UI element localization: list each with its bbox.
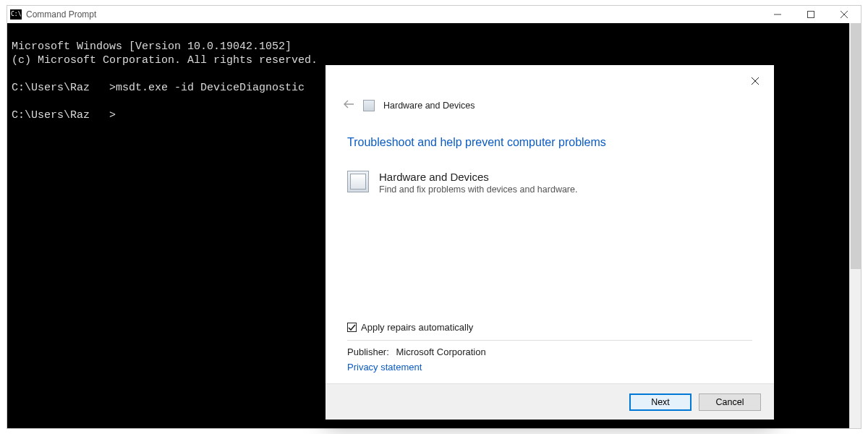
apply-repairs-checkbox[interactable]: Apply repairs automatically xyxy=(347,322,752,333)
dialog-header: Hardware and Devices xyxy=(343,98,475,113)
hardware-small-icon xyxy=(363,100,375,111)
window-buttons xyxy=(761,6,861,23)
troubleshooter-dialog: Hardware and Devices Troubleshoot and he… xyxy=(326,65,774,420)
publisher-label: Publisher: xyxy=(347,346,389,357)
minimize-button[interactable] xyxy=(761,6,794,23)
checkbox-icon xyxy=(347,323,357,332)
publisher-value: Microsoft Corporation xyxy=(396,346,485,357)
dialog-footer: Next Cancel xyxy=(326,383,774,420)
console-line: C:\Users\Raz > xyxy=(12,109,116,122)
cmd-scroll-thumb[interactable] xyxy=(851,23,861,269)
privacy-statement-link[interactable]: Privacy statement xyxy=(347,362,422,373)
console-line: (c) Microsoft Corporation. All rights re… xyxy=(12,54,318,67)
svg-rect-0 xyxy=(808,12,814,18)
console-line: Microsoft Windows [Version 10.0.19042.10… xyxy=(12,41,292,53)
cmd-icon xyxy=(10,9,22,20)
dialog-header-title: Hardware and Devices xyxy=(383,101,475,111)
publisher-row: Publisher: Microsoft Corporation xyxy=(347,346,752,357)
apply-repairs-label: Apply repairs automatically xyxy=(361,322,473,333)
next-button[interactable]: Next xyxy=(629,393,692,411)
dialog-body: Troubleshoot and help prevent computer p… xyxy=(347,136,752,373)
separator xyxy=(347,340,752,341)
troubleshooter-item-text: Hardware and Devices Find and fix proble… xyxy=(379,171,577,195)
dialog-lower-section: Apply repairs automatically Publisher: M… xyxy=(347,322,752,373)
troubleshooter-item[interactable]: Hardware and Devices Find and fix proble… xyxy=(347,171,752,195)
close-button[interactable] xyxy=(827,6,861,23)
cmd-scrollbar[interactable] xyxy=(849,23,861,428)
cmd-client-area[interactable]: Microsoft Windows [Version 10.0.19042.10… xyxy=(7,23,861,428)
back-arrow-icon[interactable] xyxy=(343,98,354,113)
command-prompt-window: Command Prompt Microsoft Windows [Versio… xyxy=(7,5,861,429)
maximize-button[interactable] xyxy=(794,6,827,23)
item-description: Find and fix problems with devices and h… xyxy=(379,184,577,195)
cmd-titlebar[interactable]: Command Prompt xyxy=(7,6,861,23)
cancel-button[interactable]: Cancel xyxy=(699,393,761,411)
dialog-close-button[interactable] xyxy=(744,71,767,91)
item-title: Hardware and Devices xyxy=(379,171,577,183)
dialog-heading: Troubleshoot and help prevent computer p… xyxy=(347,136,752,149)
hardware-icon xyxy=(347,171,369,192)
cmd-title: Command Prompt xyxy=(26,9,761,20)
console-line: C:\Users\Raz >msdt.exe -id DeviceDiagnos… xyxy=(12,82,305,94)
